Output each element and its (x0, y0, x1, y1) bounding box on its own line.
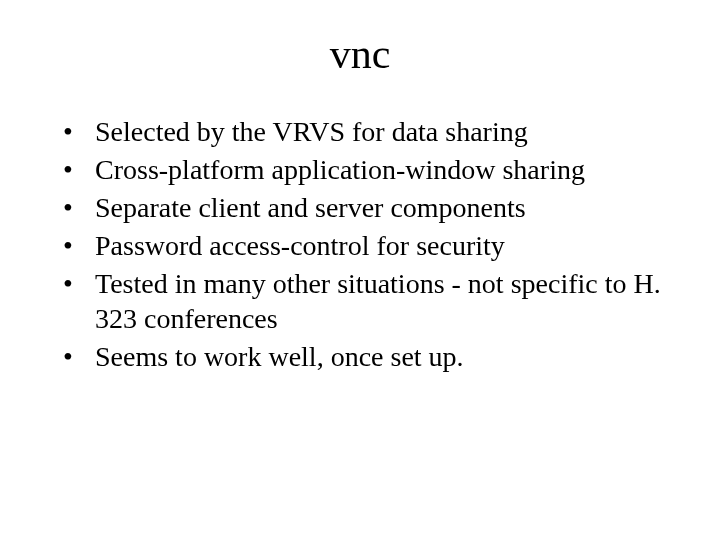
list-item: Seems to work well, once set up. (55, 339, 665, 374)
bullet-list: Selected by the VRVS for data sharing Cr… (55, 114, 665, 374)
list-item: Cross-platform application-window sharin… (55, 152, 665, 187)
slide-title: vnc (55, 30, 665, 78)
list-item: Separate client and server components (55, 190, 665, 225)
list-item: Selected by the VRVS for data sharing (55, 114, 665, 149)
list-item: Password access-control for security (55, 228, 665, 263)
list-item: Tested in many other situations - not sp… (55, 266, 665, 336)
